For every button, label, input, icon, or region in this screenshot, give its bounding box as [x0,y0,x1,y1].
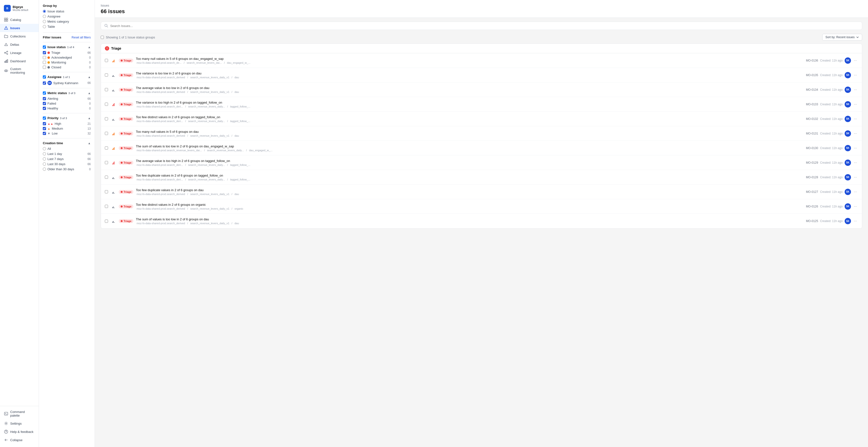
issue-title[interactable]: The variance is too high in 2 of 6 group… [136,101,801,104]
filter-section-issue-status: Issue status 1 of 4 ▲ Triage 66 Acknowle… [43,42,91,69]
creation-time-30days[interactable]: Last 30 days 66 [43,162,91,166]
sidebar-item-collections[interactable]: Collections [0,32,39,40]
creation-time-all[interactable]: All [43,147,91,151]
issue-chart-icon [111,87,116,93]
more-options-button[interactable]: ··· [853,102,858,107]
select-all-checkbox[interactable] [101,36,104,39]
avatar: SK [845,160,851,166]
sidebar-item-settings[interactable]: Settings [0,419,39,427]
creation-time-7days[interactable]: Last 7 days 66 [43,157,91,161]
filter-toggle[interactable]: ▲ [88,45,91,49]
issue-title[interactable]: Too many null values in 5 of 6 groups on… [136,130,801,133]
more-options-button[interactable]: ··· [853,116,858,122]
filter-toggle[interactable]: ▲ [88,91,91,95]
issue-checkbox[interactable] [105,190,108,193]
filter-item-low[interactable]: ▼ Low 32 [43,132,91,135]
triage-badge-dot [121,118,123,120]
issue-title[interactable]: Too few distinct values in 2 of 6 groups… [136,203,801,206]
filter-section-checkbox[interactable] [43,75,46,78]
triage-badge: Triage [119,175,133,179]
issue-title[interactable]: The variance is too low in 2 of 6 groups… [136,71,801,75]
sidebar-item-help[interactable]: Help & feedback [0,427,39,436]
issue-title[interactable]: Too few duplicate values in 2 of 6 group… [136,188,801,192]
issue-meta: MO-0129 Created: 11h ago SK ··· [804,160,858,166]
issue-title[interactable]: The average value is too high in 2 of 6 … [136,159,801,163]
filter-item-failed[interactable]: Failed 0 [43,102,91,105]
more-options-button[interactable]: ··· [853,189,858,195]
filter-item-monitoring[interactable]: Monitoring 0 [43,61,91,64]
group-by-metric-category[interactable]: Metric category [43,20,91,23]
issue-checkbox[interactable] [105,147,108,150]
issue-title[interactable]: The sum of values is too low in 2 of 6 g… [136,217,801,221]
sidebar-item-dashboard[interactable]: Dashboard [0,57,39,65]
filter-section-checkbox[interactable] [43,45,46,49]
sidebar-item-lineage[interactable]: Lineage [0,49,39,57]
filter-section-checkbox[interactable] [43,91,46,95]
filter-section-checkbox[interactable] [43,117,46,120]
triage-badge: Triage [119,219,133,223]
sidebar-item-issues[interactable]: Issues [0,24,39,32]
creation-time-count: 66 [88,152,91,156]
sidebar-item-collapse[interactable]: Collapse [0,436,39,444]
closed-status-dot [48,66,50,69]
table-row: Triage The average value is too high in … [101,155,862,170]
issue-title[interactable]: Too many null values in 5 of 6 groups on… [136,57,801,61]
sidebar-item-catalog[interactable]: Catalog [0,15,39,24]
reset-filters-link[interactable]: Reset all filters [71,36,91,39]
issue-checkbox[interactable] [105,220,108,223]
triage-badge-dot [121,60,123,62]
filter-item-healthy[interactable]: Healthy 0 [43,106,91,110]
issue-checkbox[interactable] [105,103,108,106]
issue-checkbox[interactable] [105,88,108,91]
more-options-button[interactable]: ··· [853,146,858,151]
filter-item-sydney[interactable]: SK Sydney Kahmann 66 [43,81,91,85]
svg-rect-41 [114,132,114,135]
group-by-table[interactable]: Table [43,25,91,28]
sidebar-item-custom[interactable]: Custom monitoring [0,65,39,76]
issue-title[interactable]: The sum of values is too low in 2 of 6 g… [136,145,801,148]
filter-toggle[interactable]: ▲ [88,141,91,145]
creation-time-older30days[interactable]: Older than 30 days 0 [43,167,91,171]
issue-checkbox[interactable] [105,132,108,135]
search-input[interactable] [110,24,859,28]
more-options-button[interactable]: ··· [853,218,858,224]
more-options-button[interactable]: ··· [853,58,858,63]
issue-checkbox[interactable] [105,175,108,179]
more-options-button[interactable]: ··· [853,174,858,180]
filter-item-closed[interactable]: Closed 0 [43,65,91,69]
svg-rect-32 [114,91,114,91]
more-options-button[interactable]: ··· [853,72,858,78]
more-options-button[interactable]: ··· [853,160,858,165]
creation-time-1day[interactable]: Last 1 day 66 [43,152,91,156]
issue-checkbox[interactable] [105,59,108,62]
more-options-button[interactable]: ··· [853,131,858,136]
svg-rect-25 [113,61,114,62]
sidebar-item-deltas[interactable]: Deltas [0,40,39,49]
issue-checkbox[interactable] [105,117,108,120]
issue-title[interactable]: Too few distinct values in 2 of 6 groups… [136,115,801,119]
filter-item-high[interactable]: ▲▲ High 21 [43,122,91,126]
issue-title[interactable]: The average value is too low in 2 of 6 g… [136,86,801,90]
sort-button[interactable]: Sort by: Recent issues [822,34,862,41]
issue-content: Too few distinct values in 2 of 6 groups… [136,115,801,123]
filter-item-acknowledged[interactable]: Acknowledged 0 [43,56,91,59]
svg-point-18 [6,423,7,424]
filter-toggle[interactable]: ▲ [88,75,91,79]
group-by-issue-status[interactable]: Issue status [43,9,91,13]
svg-rect-58 [113,221,114,223]
more-options-button[interactable]: ··· [853,87,858,92]
filter-section-header: Issue status 1 of 4 ▲ [43,45,91,49]
sidebar-item-command[interactable]: Command palette [0,408,39,419]
issue-title[interactable]: Too few duplicate values in 2 of 6 group… [136,173,801,177]
issue-checkbox[interactable] [105,205,108,208]
filter-item-triage[interactable]: Triage 66 [43,51,91,55]
svg-rect-57 [112,222,113,223]
issue-meta: MO-0136 Created: 11h ago SK ··· [804,57,858,64]
issue-checkbox[interactable] [105,161,108,164]
filter-item-alerting[interactable]: Alerting 66 [43,97,91,100]
more-options-button[interactable]: ··· [853,204,858,209]
filter-item-medium[interactable]: ▲ Medium 13 [43,127,91,130]
group-by-assignee[interactable]: Assignee [43,14,91,18]
filter-toggle[interactable]: ▲ [88,117,91,120]
issue-checkbox[interactable] [105,73,108,76]
